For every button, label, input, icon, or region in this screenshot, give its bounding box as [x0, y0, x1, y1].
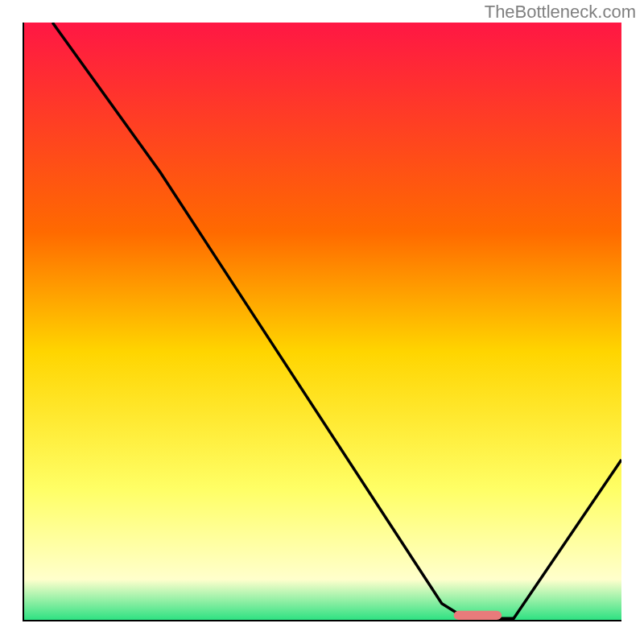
chart-svg	[23, 23, 621, 621]
chart-background	[23, 23, 621, 621]
optimum-marker	[454, 611, 502, 620]
chart-container	[23, 23, 621, 621]
watermark-text: TheBottleneck.com	[485, 2, 636, 23]
